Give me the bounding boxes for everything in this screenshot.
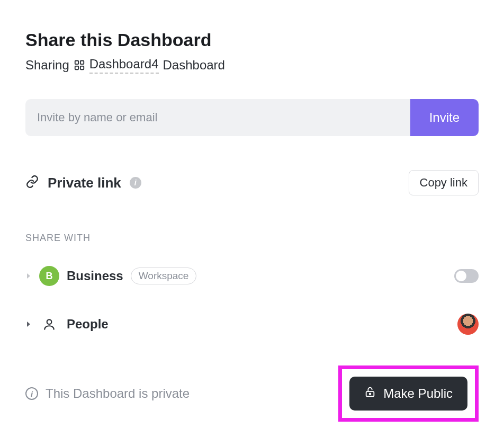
highlight-annotation: Make Public: [338, 365, 479, 422]
breadcrumb-item-type: Dashboard: [163, 58, 225, 73]
invite-input[interactable]: [25, 99, 410, 136]
svg-point-4: [47, 319, 52, 324]
share-item-name: Business: [67, 269, 123, 283]
privacy-status-text: This Dashboard is private: [46, 386, 190, 401]
share-item-business: B Business Workspace: [25, 258, 479, 293]
modal-title: Share this Dashboard: [25, 30, 479, 50]
copy-link-button[interactable]: Copy link: [409, 170, 479, 195]
business-toggle[interactable]: [454, 269, 479, 283]
person-icon: [39, 317, 59, 331]
invite-row: Invite: [25, 99, 479, 136]
invite-button[interactable]: Invite: [410, 99, 479, 136]
svg-rect-3: [80, 66, 84, 69]
share-item-name: People: [67, 317, 109, 332]
breadcrumb-prefix: Sharing: [25, 58, 69, 73]
share-list: B Business Workspace People: [25, 258, 479, 342]
share-with-label: SHARE WITH: [25, 233, 479, 244]
user-avatar[interactable]: [457, 314, 479, 335]
breadcrumb: Sharing Dashboard4 Dashboard: [25, 57, 479, 74]
make-public-label: Make Public: [383, 386, 453, 401]
svg-rect-1: [80, 61, 84, 64]
svg-rect-2: [75, 66, 78, 69]
chevron-right-icon[interactable]: [25, 321, 32, 327]
link-icon: [25, 175, 39, 191]
workspace-tag: Workspace: [131, 268, 197, 284]
dashboard-icon: [74, 59, 85, 71]
unlock-icon: [364, 386, 376, 401]
make-public-button[interactable]: Make Public: [349, 377, 467, 411]
workspace-badge: B: [39, 266, 59, 286]
svg-point-6: [370, 393, 371, 395]
info-outline-icon: i: [25, 387, 38, 400]
toggle-knob: [456, 271, 466, 281]
info-icon[interactable]: i: [130, 177, 141, 189]
private-link-row: Private link i Copy link: [25, 170, 479, 195]
svg-rect-0: [75, 61, 78, 64]
share-item-people: People: [25, 306, 479, 342]
private-link-label: Private link: [48, 175, 121, 191]
footer-row: i This Dashboard is private Make Public: [25, 365, 479, 422]
chevron-right-icon[interactable]: [25, 273, 32, 279]
breadcrumb-item-name[interactable]: Dashboard4: [89, 57, 159, 74]
